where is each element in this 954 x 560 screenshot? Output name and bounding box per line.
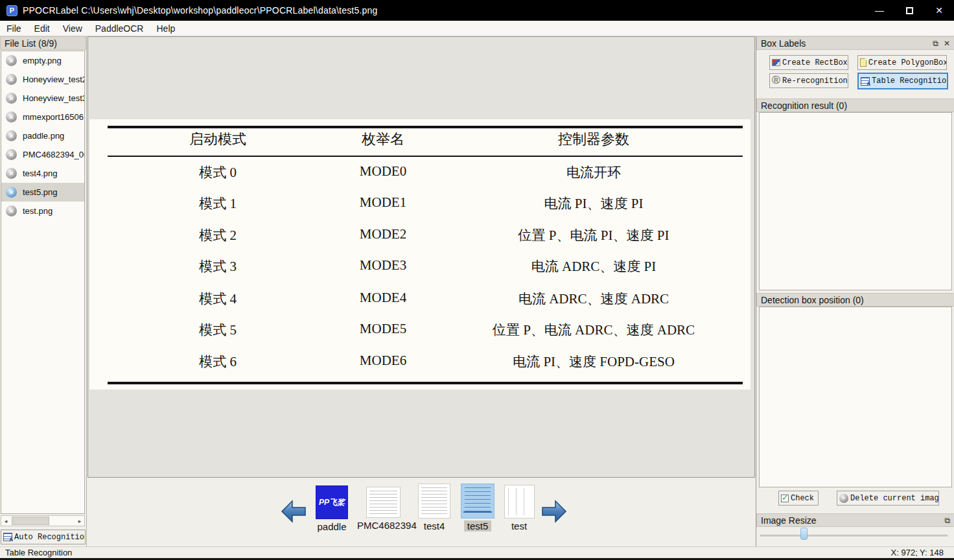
file-item-mmexport[interactable]: ✕ mmexport16506 xyxy=(1,108,84,126)
table-row: 模式 3 MODE3 电流 ADRC、速度 PI xyxy=(89,257,750,277)
create-rectbox-button[interactable]: Create RectBox xyxy=(769,55,848,70)
box-labels-header: Box Labels ⧉ ✕ xyxy=(756,36,954,50)
thumbnail-test[interactable]: test xyxy=(495,485,543,532)
table-row: 模式 0 MODE0 电流开环 xyxy=(89,163,750,183)
file-x-icon: ✕ xyxy=(6,55,17,66)
file-item-test5[interactable]: ✕ test5.png xyxy=(1,183,84,202)
recognition-result-header: Recognition result (0) xyxy=(756,99,954,112)
menu-view[interactable]: View xyxy=(56,22,89,35)
file-list-hscrollbar[interactable]: ◂ ▸ xyxy=(1,515,85,526)
maximize-button[interactable] xyxy=(894,0,924,21)
check-icon xyxy=(781,495,789,502)
file-list-header: File List (8/9) xyxy=(0,36,86,50)
scroll-left-icon[interactable]: ◂ xyxy=(1,518,10,524)
scrollbar-thumb[interactable] xyxy=(12,517,49,525)
delete-current-image-button[interactable]: ✕ Delete current image xyxy=(837,491,939,506)
status-bar: Table Recognition X: 972; Y: 148 xyxy=(0,546,954,558)
file-item-test4[interactable]: ✕ test4.png xyxy=(1,164,84,183)
table-recognition-button[interactable]: Table Recognition xyxy=(857,73,948,89)
file-x-icon: ✕ xyxy=(6,93,17,104)
file-x-icon: ✕ xyxy=(6,130,17,141)
file-x-icon-selected: ✕ xyxy=(6,187,17,198)
float-panel-icon[interactable]: ⧉ xyxy=(944,516,950,525)
table-header-row: 启动模式 枚举名 控制器参数 xyxy=(89,130,750,149)
thumbnail-test4[interactable]: test4 xyxy=(410,484,458,532)
status-message: Table Recognition xyxy=(0,548,72,557)
file-x-icon: ✕ xyxy=(6,205,17,216)
thumbnail-test5-selected[interactable]: test5 xyxy=(454,484,502,532)
prev-image-arrow-icon[interactable] xyxy=(281,498,307,524)
file-item-pmc[interactable]: ✕ PMC4682394_00 xyxy=(1,145,84,164)
table-recognition-icon xyxy=(861,77,870,86)
menu-file[interactable]: File xyxy=(0,22,28,35)
file-x-icon: ✕ xyxy=(6,111,17,122)
file-x-icon: ✕ xyxy=(6,168,17,179)
loaded-image-test5: 启动模式 枚举名 控制器参数 模式 0 MODE0 电流开环 模式 1 MODE… xyxy=(89,119,750,390)
maximize-icon xyxy=(906,7,913,14)
menu-edit[interactable]: Edit xyxy=(28,22,56,35)
thumbnail-label: test4 xyxy=(421,520,448,531)
thumbnail-strip: PP飞桨 paddle PMC4682394 test4 test5 test xyxy=(87,478,755,546)
next-image-arrow-icon[interactable] xyxy=(541,498,567,524)
table-rule-header xyxy=(108,156,743,157)
image-resize-header: Image Resize ⧉ xyxy=(756,513,954,527)
document-thumb xyxy=(418,484,450,519)
re-recognition-button[interactable]: Ⓡ Re-recognition xyxy=(769,73,848,88)
file-item-honeyview2[interactable]: ✕ Honeyview_test2. xyxy=(1,70,84,89)
create-polygonbox-button[interactable]: Create PolygonBox xyxy=(857,55,947,70)
file-list-panel: File List (8/9) ✕ empty.png ✕ Honeyview_… xyxy=(0,36,87,546)
table-icon xyxy=(3,533,12,541)
table-rule-bottom xyxy=(108,382,743,384)
document-thumb-selected xyxy=(461,484,494,519)
menu-bar: File Edit View PaddleOCR Help xyxy=(0,21,954,36)
document-thumb xyxy=(504,485,535,519)
title-bar: P PPOCRLabel C:\Users\whj\Desktop\worksh… xyxy=(0,0,954,21)
menu-paddleocr[interactable]: PaddleOCR xyxy=(89,22,150,35)
file-list: ✕ empty.png ✕ Honeyview_test2. ✕ Honeyvi… xyxy=(1,51,85,514)
polygonbox-icon xyxy=(860,58,867,67)
minimize-icon: — xyxy=(875,5,884,16)
table-row: 模式 1 MODE1 电流 PI、速度 PI xyxy=(89,194,750,214)
thumbnail-paddle[interactable]: PP飞桨 paddle xyxy=(308,485,356,533)
table-row: 模式 2 MODE2 位置 P、电流 PI、速度 PI xyxy=(89,226,750,246)
cursor-coordinates: X: 972; Y: 148 xyxy=(891,548,954,557)
recognition-result-list[interactable] xyxy=(759,112,952,290)
close-panel-icon[interactable]: ✕ xyxy=(944,39,950,48)
app-icon: P xyxy=(6,5,17,16)
file-item-paddle[interactable]: ✕ paddle.png xyxy=(1,126,84,145)
thumbnail-label-selected: test5 xyxy=(464,520,492,531)
paddle-logo-thumb: PP飞桨 xyxy=(316,485,348,519)
detection-box-position-header: Detection box position (0) xyxy=(756,293,954,307)
detection-box-position-list[interactable] xyxy=(759,307,952,487)
close-icon: ✕ xyxy=(935,5,943,16)
table-rule-top xyxy=(108,126,743,128)
box-labels-panel: Box Labels ⧉ ✕ Create RectBox Create Pol… xyxy=(756,36,954,546)
thumbnail-pmc4682394[interactable]: PMC4682394 xyxy=(354,487,412,531)
float-panel-icon[interactable]: ⧉ xyxy=(933,39,938,48)
menu-help[interactable]: Help xyxy=(150,22,181,35)
file-item-honeyview3[interactable]: ✕ Honeyview_test3. xyxy=(1,89,84,108)
re-recognition-icon: Ⓡ xyxy=(772,76,780,85)
file-x-icon: ✕ xyxy=(6,74,17,85)
table-row: 模式 5 MODE5 位置 P、电流 ADRC、速度 ADRC xyxy=(89,321,750,340)
table-row: 模式 4 MODE4 电流 ADRC、速度 ADRC xyxy=(89,290,750,309)
rectbox-icon xyxy=(772,59,780,66)
image-resize-slider-track[interactable] xyxy=(760,535,948,537)
table-row: 模式 6 MODE6 电流 PI、速度 FOPD-GESO xyxy=(89,353,750,372)
image-resize-slider-handle[interactable] xyxy=(800,528,808,540)
thumbnail-label: paddle xyxy=(314,521,349,532)
auto-recognition-button[interactable]: Auto Recognition xyxy=(1,530,86,544)
file-item-test[interactable]: ✕ test.png xyxy=(1,202,84,220)
window-title: PPOCRLabel C:\Users\whj\Desktop\workshop… xyxy=(23,5,377,16)
image-canvas[interactable]: 启动模式 枚举名 控制器参数 模式 0 MODE0 电流开环 模式 1 MODE… xyxy=(87,36,755,478)
scroll-right-icon[interactable]: ▸ xyxy=(75,518,84,524)
minimize-button[interactable]: — xyxy=(865,0,894,21)
document-thumb xyxy=(366,487,401,518)
close-button[interactable]: ✕ xyxy=(924,0,954,21)
thumbnail-label: test xyxy=(508,520,530,531)
file-x-icon: ✕ xyxy=(6,149,17,160)
file-item-empty[interactable]: ✕ empty.png xyxy=(1,51,84,70)
delete-x-icon: ✕ xyxy=(839,494,848,503)
check-button[interactable]: Check xyxy=(778,491,819,506)
